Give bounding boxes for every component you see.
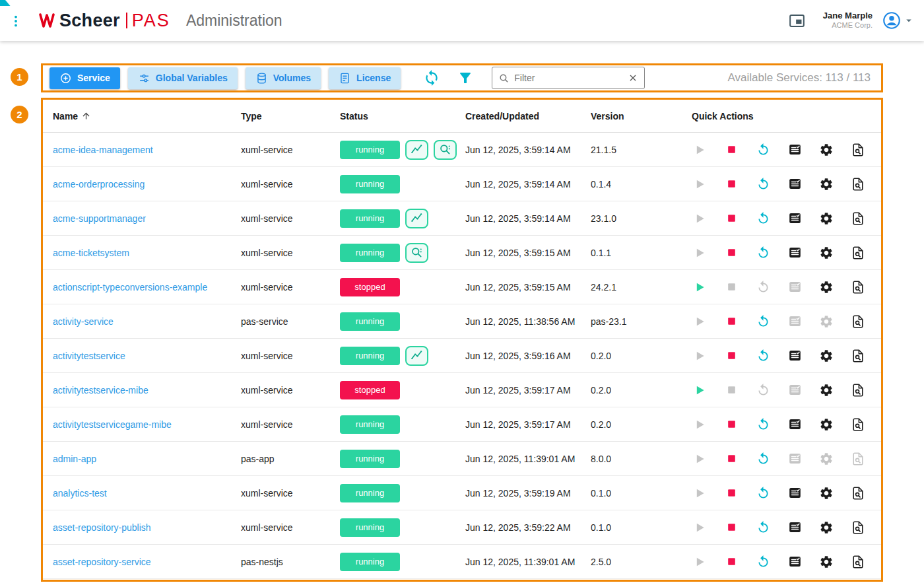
service-button[interactable]: Service xyxy=(50,67,120,89)
logs-button[interactable] xyxy=(787,520,803,535)
docs-button[interactable] xyxy=(850,211,866,226)
restart-button[interactable] xyxy=(755,314,771,329)
service-name-link[interactable]: asset-repository-service xyxy=(53,557,151,567)
docs-button[interactable] xyxy=(850,176,866,192)
stop-button[interactable] xyxy=(723,485,739,501)
stop-button[interactable] xyxy=(723,451,739,467)
play-icon xyxy=(693,555,706,569)
column-version-header[interactable]: Version xyxy=(591,111,683,121)
restart-icon xyxy=(756,246,770,259)
filter-input[interactable] xyxy=(514,73,623,83)
settings-button[interactable] xyxy=(818,279,834,295)
column-created-header[interactable]: Created/Updated xyxy=(465,111,591,121)
logs-button[interactable] xyxy=(787,485,803,501)
license-button[interactable]: License xyxy=(329,67,401,89)
settings-button[interactable] xyxy=(818,245,834,261)
menu-dots-button[interactable] xyxy=(8,13,24,29)
logs-button[interactable] xyxy=(787,417,803,432)
logs-button[interactable] xyxy=(787,176,803,192)
service-name-link[interactable]: acme-supportmanager xyxy=(53,213,146,224)
filter-toggle-button[interactable] xyxy=(457,70,473,86)
stop-button[interactable] xyxy=(723,520,739,535)
settings-button[interactable] xyxy=(818,211,834,226)
global-variables-button[interactable]: Global Variables xyxy=(128,67,238,89)
logs-button[interactable] xyxy=(787,211,803,226)
trace-search-icon xyxy=(411,246,423,259)
restart-button[interactable] xyxy=(755,142,771,158)
docs-button[interactable] xyxy=(850,279,866,295)
created-updated: Jun 12, 2025, 3:59:14 AM xyxy=(465,213,591,224)
stop-button[interactable] xyxy=(723,417,739,432)
refresh-button[interactable] xyxy=(423,69,440,86)
settings-button[interactable] xyxy=(818,348,834,364)
logs-button[interactable] xyxy=(787,142,803,158)
app-switcher-button[interactable] xyxy=(788,12,806,30)
restart-button[interactable] xyxy=(755,520,771,535)
settings-button[interactable] xyxy=(818,520,834,535)
docs-button[interactable] xyxy=(850,314,866,329)
monitoring-indicator-button[interactable] xyxy=(405,346,428,366)
user-menu-button[interactable] xyxy=(882,11,915,30)
restart-button[interactable] xyxy=(755,348,771,364)
service-name-link[interactable]: activitytestservicegame-mibe xyxy=(53,419,172,430)
service-name-link[interactable]: activitytestservice xyxy=(53,351,125,361)
docs-button[interactable] xyxy=(850,485,866,501)
docs-button[interactable] xyxy=(850,245,866,261)
docs-button[interactable] xyxy=(850,142,866,158)
service-name-link[interactable]: analytics-test xyxy=(53,488,107,499)
menu-dots-icon xyxy=(9,14,23,28)
volumes-button[interactable]: Volumes xyxy=(246,67,321,89)
restart-button[interactable] xyxy=(755,176,771,192)
settings-button[interactable] xyxy=(818,176,834,192)
logs-button[interactable] xyxy=(787,348,803,364)
docs-button[interactable] xyxy=(850,417,866,432)
restart-button[interactable] xyxy=(755,245,771,261)
stop-button[interactable] xyxy=(723,211,739,226)
service-name-link[interactable]: admin-app xyxy=(53,454,96,464)
logs-icon xyxy=(788,417,802,431)
service-name-link[interactable]: acme-orderprocessing xyxy=(53,179,145,190)
stop-button[interactable] xyxy=(723,554,739,570)
restart-button[interactable] xyxy=(755,211,771,226)
license-button-label: License xyxy=(356,73,391,83)
service-name-link[interactable]: activity-service xyxy=(53,316,114,327)
stop-button[interactable] xyxy=(723,142,739,158)
file-search-icon xyxy=(851,417,865,432)
docs-button[interactable] xyxy=(850,348,866,364)
start-button[interactable] xyxy=(692,382,708,398)
service-name-link[interactable]: asset-repository-publish xyxy=(53,522,151,533)
service-name-link[interactable]: acme-idea-management xyxy=(53,145,153,155)
service-type: pas-service xyxy=(241,316,340,327)
restart-button[interactable] xyxy=(755,485,771,501)
start-button[interactable] xyxy=(692,279,708,295)
restart-button[interactable] xyxy=(755,554,771,570)
logs-button[interactable] xyxy=(787,554,803,570)
restart-button[interactable] xyxy=(755,417,771,432)
settings-button[interactable] xyxy=(818,554,834,570)
trace-indicator-button[interactable] xyxy=(405,243,428,263)
docs-button[interactable] xyxy=(850,382,866,398)
restart-button[interactable] xyxy=(755,451,771,467)
stop-button[interactable] xyxy=(723,245,739,261)
logs-button[interactable] xyxy=(787,245,803,261)
settings-button[interactable] xyxy=(818,142,834,158)
settings-button[interactable] xyxy=(818,417,834,432)
docs-button[interactable] xyxy=(850,520,866,535)
docs-button[interactable] xyxy=(850,554,866,570)
service-name-link[interactable]: actionscript-typeconversions-example xyxy=(53,282,207,293)
monitoring-indicator-button[interactable] xyxy=(405,140,428,160)
stop-button[interactable] xyxy=(723,176,739,192)
service-name-link[interactable]: acme-ticketsystem xyxy=(53,248,129,258)
column-name-header[interactable]: Name xyxy=(43,111,241,121)
stop-button[interactable] xyxy=(723,314,739,329)
trace-indicator-button[interactable] xyxy=(434,140,457,160)
column-type-header[interactable]: Type xyxy=(241,111,340,121)
column-status-header[interactable]: Status xyxy=(340,111,465,121)
monitoring-indicator-button[interactable] xyxy=(405,209,428,228)
settings-button[interactable] xyxy=(818,382,834,398)
stop-button[interactable] xyxy=(723,348,739,364)
settings-button[interactable] xyxy=(818,485,834,501)
logs-icon xyxy=(788,211,802,225)
service-name-link[interactable]: activitytestservice-mibe xyxy=(53,385,148,396)
clear-filter-button[interactable] xyxy=(628,73,638,83)
